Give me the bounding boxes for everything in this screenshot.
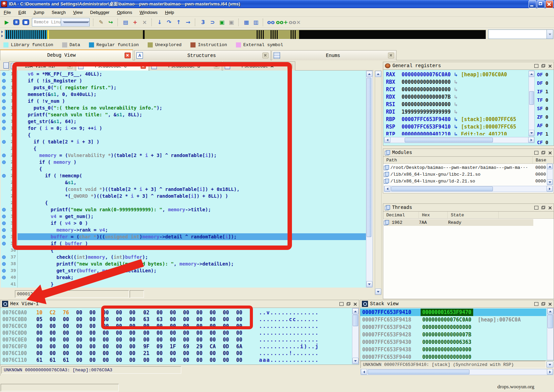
maximize-panel-icon[interactable] (534, 64, 538, 68)
close-panel-icon[interactable] (548, 206, 552, 210)
breakpoint-dot[interactable] (1, 267, 7, 274)
code-text[interactable]: { (18, 132, 366, 138)
close-tab-icon[interactable] (141, 64, 146, 68)
code-text[interactable]: puts_0(":( register first."); (18, 84, 366, 91)
threads-col-hex[interactable]: Hex (419, 212, 448, 218)
menu-jump[interactable]: Jump (30, 9, 48, 16)
right-column-scrollbar[interactable] (375, 71, 382, 295)
tab-ida-view-rip[interactable]: IDA View-RIP (9, 61, 75, 71)
loop-back-icon[interactable]: 3 (199, 18, 207, 27)
close-tab-icon[interactable] (388, 53, 394, 58)
stack-row[interactable]: 00007FFC653F94300000000000006363 (360, 338, 546, 346)
breakpoint-dot[interactable] (1, 227, 7, 233)
edit-snippet-icon[interactable]: ✎ (97, 18, 106, 27)
modules-hscrollbar[interactable] (384, 186, 553, 192)
close-tab-icon[interactable] (262, 53, 269, 58)
navband-up-arrow-icon[interactable] (1, 31, 3, 33)
breakpoint-dot[interactable] (1, 77, 7, 84)
code-text[interactable]: if ( !memcmp( (18, 172, 366, 179)
scroll-up-icon[interactable] (547, 308, 553, 314)
modules-hscrollbar-thumb[interactable] (391, 187, 493, 191)
hexview-scrollbar[interactable] (352, 308, 359, 364)
scroll-down-icon[interactable] (547, 179, 553, 185)
scroll-left-icon[interactable] (384, 186, 390, 192)
code-text[interactable]: if ( !v_num ) (18, 98, 366, 104)
code-line[interactable]: 23 if ( memory ) (1, 159, 366, 165)
threads-col-state[interactable]: State (448, 212, 499, 218)
threads-panel[interactable]: Decimal Hex State 19627AAReady (383, 212, 554, 299)
continue-process-button[interactable]: ▶ (2, 18, 11, 27)
menu-options[interactable]: Options (113, 9, 136, 16)
step-into-icon[interactable]: ↓ (155, 18, 164, 27)
code-text[interactable]: check((int)memory, (int)buffer); (18, 254, 366, 260)
register-value[interactable]: 0000000000000000 (402, 78, 451, 86)
flag-row[interactable]: TF0 (537, 96, 553, 104)
code-text[interactable]: if ( v4 > 0 ) (18, 220, 366, 227)
module-row[interactable]: /lib/x86_64-linux-gnu/ld-2.21.so0000 (384, 178, 546, 184)
tab-structures[interactable]: AStructures (134, 50, 271, 60)
breakpoint-slot[interactable] (1, 193, 7, 199)
stack-row[interactable]: 00007FFC653F94380000000000000000 (360, 346, 546, 353)
scroll-left-icon[interactable] (361, 369, 367, 375)
registers-hscrollbar[interactable] (384, 137, 535, 143)
code-line[interactable]: 13 memset(&s1, 0, 0x40uLL); (1, 91, 366, 98)
modules-panel[interactable]: Path Base /root/Desktop/baimao---pwn-mas… (383, 157, 554, 193)
code-line[interactable]: 25 if ( !memcmp( (1, 172, 366, 179)
module-row[interactable]: /lib/x86_64-linux-gnu/libc-2.21.so0000 (384, 171, 546, 178)
pause-process-button[interactable]: Ⅱ (12, 18, 21, 27)
code-text[interactable]: (const void *)((table[2 * i + 3] ^ rando… (18, 186, 366, 193)
debugger-selector-combo[interactable]: Remote Linux debugger (32, 18, 90, 26)
windows-cascade-icon[interactable]: ▦ (242, 18, 251, 27)
flag-row[interactable]: AF0 (537, 121, 553, 130)
stack-row[interactable]: 00007FFC653F9428000000000000007B (360, 331, 546, 338)
breakpoint-dot[interactable] (1, 152, 7, 159)
register-row[interactable]: RAX000000000076C0A0↳[heap]:0076C0A0 (386, 71, 528, 78)
watch-list-icon[interactable]: oo (266, 18, 275, 27)
stack-row[interactable]: 00007FFC653F94200000000000000000 (360, 324, 546, 331)
close-panel-icon[interactable] (548, 302, 552, 306)
code-text[interactable]: break; (18, 274, 366, 281)
tab-pseudocode-a[interactable]: Pseudocode-A (223, 61, 295, 71)
register-row[interactable]: RDI1999999999999999↳ (386, 108, 528, 116)
breakpoint-dot[interactable] (1, 111, 7, 118)
register-value[interactable]: 0000000000000000 (402, 86, 451, 93)
hex-row[interactable]: 0076C0B005 00 00 00 00 00 00 0063 63 00 … (1, 316, 347, 323)
float-panel-icon[interactable] (541, 151, 545, 154)
registers-scrollbar[interactable] (529, 71, 535, 136)
windows-tile-icon[interactable]: ▥ (252, 18, 260, 27)
modules-col-path[interactable]: Path (383, 157, 533, 163)
code-text[interactable]: memory = (Vulnerability *)(table[2 * i +… (18, 152, 366, 159)
code-text[interactable]: { (18, 165, 366, 172)
scroll-up-icon[interactable] (352, 308, 358, 314)
code-text[interactable]: v6 = *MK_FP(__FS__, 40LL); (18, 71, 366, 77)
run-to-cursor-icon[interactable]: → (184, 18, 192, 27)
breakpoint-slot[interactable] (1, 247, 7, 254)
breakpoint-dot[interactable] (1, 274, 7, 281)
code-text[interactable]: if ( memory ) (18, 159, 366, 165)
register-row[interactable]: RBX0000000000000000↳ (386, 78, 528, 86)
run-until-return-icon[interactable]: ↑ (174, 18, 183, 27)
stackview-hscrollbar[interactable] (361, 369, 553, 375)
navband-down-arrow-icon[interactable] (1, 35, 3, 37)
register-row[interactable]: RIP0000000000401210↳Edit:loc_401210 (386, 131, 528, 135)
code-line[interactable]: 37 check((int)memory, (int)buffer); (1, 254, 366, 260)
breakpoint-dot[interactable] (1, 206, 7, 213)
threads-panel-titlebar[interactable]: Threads (383, 203, 554, 212)
hex-row[interactable]: 0076C0F000 00 00 00 00 00 00 009F 09 1F … (1, 343, 347, 350)
tab-debug-view[interactable]: Debug View (0, 50, 133, 60)
breakpoint-dot[interactable] (1, 240, 7, 247)
registers-panel[interactable]: RAX000000000076C0A0↳[heap]:0076C0A0RBX00… (383, 70, 554, 146)
navband-dropdown[interactable] (488, 30, 553, 39)
code-line[interactable]: 20 if ( table[2 * i + 3] ) (1, 138, 366, 145)
hex-row[interactable]: 0076C10000 00 00 00 00 00 00 0021 00 00 … (1, 350, 347, 357)
code-line[interactable]: 31 v4 = get_num(); (1, 213, 366, 220)
code-scrollbar-thumb[interactable] (367, 78, 371, 237)
module-row[interactable]: /root/Desktop/baimao---pwn-master/baimao… (384, 164, 546, 171)
close-tab-icon[interactable] (67, 64, 72, 68)
code-text[interactable]: for ( i = 0; i <= 9; ++i ) (18, 125, 366, 132)
menu-debugger[interactable]: Debugger (86, 9, 113, 16)
scroll-down-icon[interactable] (352, 358, 358, 364)
modules-scrollbar[interactable] (547, 163, 553, 185)
command-field[interactable] (1, 384, 119, 391)
code-text[interactable]: printf("new vuln rank(0-99999999999): ",… (18, 206, 366, 213)
